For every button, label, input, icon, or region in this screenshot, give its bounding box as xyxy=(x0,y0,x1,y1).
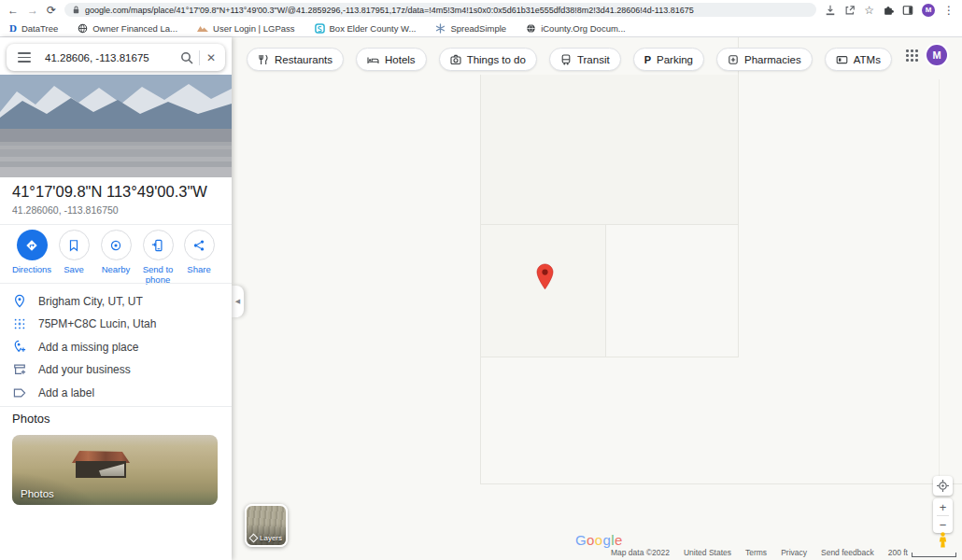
map-boundary-line xyxy=(939,79,940,483)
layers-label: Layers xyxy=(260,534,282,542)
menu-hamburger-icon[interactable] xyxy=(18,52,31,63)
map-boundary-line xyxy=(605,224,606,357)
address-bar[interactable]: google.com/maps/place/41°17'09.8"N+113°4… xyxy=(64,3,816,17)
close-icon[interactable]: ✕ xyxy=(206,52,216,63)
zoom-in-button[interactable]: + xyxy=(933,498,953,515)
globe-favicon xyxy=(526,23,536,34)
detail-plus-code[interactable]: 75PM+C8C Lucin, Utah xyxy=(0,312,232,335)
extensions-icon[interactable] xyxy=(883,5,894,16)
privacy-link[interactable]: Privacy xyxy=(781,548,807,557)
browser-window: ← → ⟳ google.com/maps/place/41°17'09.8"N… xyxy=(0,0,962,560)
panel-collapse-button[interactable]: ◀ xyxy=(232,286,244,317)
map-boundary-line xyxy=(738,37,739,357)
directions-icon xyxy=(17,230,48,260)
detail-add-label[interactable]: Add a label xyxy=(0,381,232,404)
map-boundary-line xyxy=(480,75,481,483)
storefront-icon xyxy=(12,363,27,376)
lock-icon xyxy=(72,5,80,15)
atms-icon xyxy=(836,54,848,65)
chip-restaurants[interactable]: Restaurants xyxy=(247,48,344,71)
scale-label: 200 ft xyxy=(888,548,908,557)
hotels-icon xyxy=(367,54,379,65)
search-input[interactable] xyxy=(43,51,180,64)
bookmark-owner-financed[interactable]: Owner Financed La... xyxy=(78,23,177,34)
map-parcel-region xyxy=(480,75,738,224)
my-location-icon xyxy=(937,480,949,492)
map-boundary-line xyxy=(480,483,962,484)
chip-atms[interactable]: ATMs xyxy=(825,48,892,71)
maps-app: Restaurants Hotels Things to do xyxy=(0,37,962,560)
feedback-link[interactable]: Send feedback xyxy=(821,548,874,557)
parking-icon: P xyxy=(644,54,651,65)
datatree-favicon: D xyxy=(9,22,17,34)
detail-add-place[interactable]: Add a missing place xyxy=(0,335,232,358)
send-to-phone-button[interactable]: Send to phone xyxy=(136,230,179,286)
restaurants-icon xyxy=(258,54,269,65)
bookmark-lgpass[interactable]: User Login | LGPass xyxy=(197,23,294,34)
panel-divider xyxy=(0,283,232,284)
map-boundary-line xyxy=(480,224,739,225)
map-canvas[interactable]: Restaurants Hotels Things to do xyxy=(232,37,962,560)
layers-icon xyxy=(249,534,259,543)
location-pin-icon xyxy=(12,294,27,308)
chip-transit[interactable]: Transit xyxy=(549,48,621,71)
mountains-favicon xyxy=(197,24,208,33)
plus-code-icon xyxy=(12,317,27,330)
street-view-pegman[interactable] xyxy=(934,531,952,549)
layers-control[interactable]: Layers xyxy=(245,504,288,547)
detail-city[interactable]: Brigham City, UT, UT xyxy=(0,289,232,313)
chip-hotels[interactable]: Hotels xyxy=(356,48,427,71)
chevron-left-icon: ◀ xyxy=(235,298,240,305)
panel-divider xyxy=(0,224,232,225)
directions-button[interactable]: Directions xyxy=(10,230,53,274)
bookmark-box-elder[interactable]: Box Elder County W... xyxy=(315,23,417,34)
nearby-button[interactable]: Nearby xyxy=(94,230,137,274)
snowflake-favicon xyxy=(435,23,446,34)
bookmark-spreadsimple[interactable]: SpreadSimple xyxy=(435,23,506,34)
place-title: 41°17'09.8"N 113°49'00.3"W xyxy=(12,183,207,201)
category-chips: Restaurants Hotels Things to do xyxy=(247,48,892,71)
map-boundary-line xyxy=(480,357,739,357)
chip-things-to-do[interactable]: Things to do xyxy=(439,48,537,71)
bookmark-datatree[interactable]: D DataTree xyxy=(9,22,58,34)
photos-card[interactable]: Photos xyxy=(12,435,218,505)
map-data-credit: Map data ©2022 xyxy=(611,548,670,557)
search-divider xyxy=(199,50,200,65)
share-button[interactable]: Share xyxy=(177,230,220,274)
terms-link[interactable]: Terms xyxy=(745,548,767,557)
bookmark-star-icon[interactable]: ☆ xyxy=(864,5,874,16)
install-icon[interactable] xyxy=(825,5,836,16)
browser-profile-avatar[interactable]: M xyxy=(922,4,935,17)
detail-add-business[interactable]: Add your business xyxy=(0,357,232,381)
bookmarks-bar: D DataTree Owner Financed La... User Log… xyxy=(0,20,962,36)
google-watermark: Google xyxy=(575,532,623,548)
globe-favicon xyxy=(78,23,88,34)
sidebar-icon[interactable] xyxy=(902,5,913,16)
place-coordinates: 41.286060, -113.816750 xyxy=(12,204,119,216)
menu-dots-icon[interactable]: ⋮ xyxy=(943,5,955,16)
teal-app-favicon xyxy=(315,23,325,34)
bookmark-icounty[interactable]: iCounty.Org Docum... xyxy=(526,23,626,34)
send-to-phone-icon xyxy=(143,230,174,260)
chip-parking[interactable]: P Parking xyxy=(633,48,704,71)
save-button[interactable]: Save xyxy=(52,230,95,274)
back-icon[interactable]: ← xyxy=(7,5,19,16)
refresh-icon[interactable]: ⟳ xyxy=(47,5,56,16)
account-avatar[interactable]: M xyxy=(927,45,947,65)
map-pin-marker[interactable] xyxy=(536,263,554,294)
scale-bar xyxy=(912,553,956,557)
forward-icon[interactable]: → xyxy=(27,5,38,16)
google-apps-grid-icon[interactable] xyxy=(906,49,918,62)
search-icon[interactable] xyxy=(180,51,193,64)
layers-label-row: Layers xyxy=(250,534,282,542)
place-share-icon xyxy=(184,230,215,260)
chip-pharmacies[interactable]: Pharmacies xyxy=(716,48,813,71)
place-header-photo xyxy=(0,75,232,177)
transit-icon xyxy=(560,54,572,65)
region-label: United States xyxy=(684,548,731,557)
photos-card-label: Photos xyxy=(21,488,54,499)
my-location-button[interactable] xyxy=(933,476,953,496)
toolbar-actions: ☆ M ⋮ xyxy=(825,4,955,17)
share-icon[interactable] xyxy=(844,5,856,16)
save-bookmark-icon xyxy=(59,230,90,260)
